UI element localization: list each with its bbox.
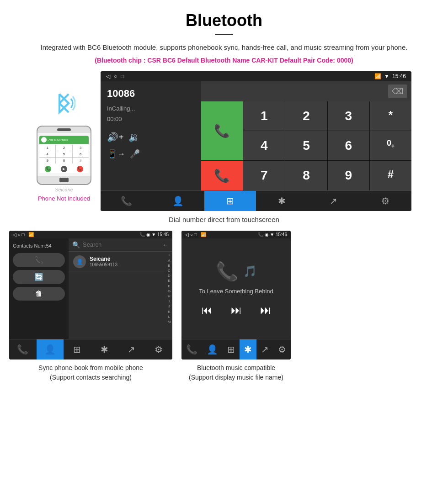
seicane-watermark: Seicane xyxy=(55,187,73,192)
nav-contacts[interactable]: 👤 xyxy=(152,191,204,211)
music-phone-icon: 📞 xyxy=(216,261,239,282)
contacts-statusbar: ◁ ○ □ 📶 📞 ◉ ▼ 15:45 xyxy=(9,231,172,238)
phone-call-button[interactable]: 📞 xyxy=(45,166,51,172)
phone-video-button[interactable]: ▶ xyxy=(61,166,67,172)
key-7[interactable]: 7 xyxy=(243,161,285,190)
key-9[interactable]: 9 xyxy=(328,161,369,190)
phone-key-8: 0 xyxy=(56,158,72,164)
music-nav-dialpad[interactable]: ⊞ xyxy=(223,339,240,360)
dial-status: InCalling... xyxy=(107,105,195,112)
music-prev-button[interactable]: ⏮ xyxy=(202,304,213,317)
music-nav-bluetooth[interactable]: ✱ xyxy=(240,339,256,360)
phone-key-9: # xyxy=(73,158,89,164)
contacts-statusbar-left: ◁ ○ □ 📶 xyxy=(13,232,34,237)
phone-key-6: 6 xyxy=(73,151,89,157)
contacts-nav-calls[interactable]: 📞 xyxy=(9,339,37,360)
volume-up-icon[interactable]: 🔊+ xyxy=(107,132,124,143)
contacts-sync-btn[interactable]: 🔄 xyxy=(13,270,65,284)
contacts-section: ◁ ○ □ 📶 📞 ◉ ▼ 15:45 Contacts Num:54 📞 🔄 … xyxy=(9,231,172,382)
music-controls: ⏮ ⏭ ⏭ xyxy=(202,304,271,317)
key-star[interactable]: * xyxy=(370,101,411,131)
end-call-button[interactable]: 📞 xyxy=(201,161,243,190)
nav-settings[interactable]: ⚙ xyxy=(360,191,411,211)
nav-calls[interactable]: 📞 xyxy=(101,191,152,211)
music-caption: Bluetooth music compatible (Support disp… xyxy=(181,363,291,382)
contacts-call-btn[interactable]: 📞 xyxy=(13,253,65,267)
main-caption: Dial number direct from touchscreen xyxy=(0,216,448,223)
music-nav-settings[interactable]: ⚙ xyxy=(273,339,291,360)
contacts-nav-transfer[interactable]: ↗ xyxy=(118,339,145,360)
nav-dialpad[interactable]: ⊞ xyxy=(204,191,256,211)
transfer-icon[interactable]: 📱→ xyxy=(107,149,125,159)
key-2[interactable]: 2 xyxy=(285,101,327,131)
call-button[interactable]: 📞 xyxy=(201,101,243,160)
dial-timer: 00:00 xyxy=(107,116,195,122)
phone-not-included-label: Phone Not Included xyxy=(38,195,90,202)
keypad-grid: 1 2 3 * 📞 4 5 6 0+ 📞 7 8 9 # xyxy=(201,101,411,190)
contacts-nav-bluetooth[interactable]: ✱ xyxy=(91,339,118,360)
key-0plus[interactable]: 0+ xyxy=(370,131,411,160)
contacts-nav-dialpad[interactable]: ⊞ xyxy=(64,339,91,360)
contacts-caption: Sync phone-book from mobile phone (Suppo… xyxy=(9,363,172,382)
key-4[interactable]: 4 xyxy=(243,131,285,160)
key-1[interactable]: 1 xyxy=(243,101,285,131)
mic-icon[interactable]: 🎤 xyxy=(130,149,140,159)
main-content-row: Add to Contacts 1 2 3 4 5 6 9 0 # 📞 xyxy=(0,71,448,211)
music-nav-calls[interactable]: 📞 xyxy=(181,339,202,360)
phone-key-1: 1 xyxy=(39,145,55,151)
music-nav-transfer[interactable]: ↗ xyxy=(256,339,273,360)
key-3[interactable]: 3 xyxy=(328,101,369,131)
phone-key-5: 5 xyxy=(56,151,72,157)
statusbar: ◁ ○ □ 📶 ▼ 15:46 xyxy=(101,71,411,81)
music-screenshot: ◁ ○ □ 📶 📞 ◉ ▼ 15:46 📞 🎵 To Leave Somethi… xyxy=(181,231,291,360)
contacts-body: Contacts Num:54 📞 🔄 🗑 🔍 ← 👤 S xyxy=(9,238,172,339)
nav-transfer[interactable]: ↗ xyxy=(308,191,359,211)
contacts-nav-settings[interactable]: ⚙ xyxy=(145,339,173,360)
phone-mockup: Add to Contacts 1 2 3 4 5 6 9 0 # 📞 xyxy=(37,90,91,202)
recents-icon: □ xyxy=(121,73,124,79)
contacts-nav-contacts[interactable]: 👤 xyxy=(37,339,64,360)
key-hash[interactable]: # xyxy=(370,161,411,190)
music-bottom-nav: 📞 👤 ⊞ ✱ ↗ ⚙ xyxy=(181,339,291,360)
music-icon-area: 📞 🎵 xyxy=(216,261,257,282)
time-display: 15:46 xyxy=(392,73,406,79)
statusbar-system-icons: 📶 ▼ 15:46 xyxy=(374,73,406,79)
music-next-button[interactable]: ⏭ xyxy=(260,304,271,317)
contacts-main: 🔍 ← 👤 Seicane 10655059113 *ABCDE xyxy=(69,238,172,339)
phone-key-7: 9 xyxy=(39,158,55,164)
contacts-sidebar: Contacts Num:54 📞 🔄 🗑 xyxy=(9,238,69,339)
contacts-count: Contacts Num:54 xyxy=(13,243,65,248)
contacts-search-backspace[interactable]: ← xyxy=(162,241,169,248)
dial-other-controls: 📱→ 🎤 xyxy=(107,149,195,159)
dial-number: 10086 xyxy=(107,88,195,100)
music-statusbar-right: 📞 ◉ ▼ 15:46 xyxy=(258,232,287,237)
dial-input-field[interactable] xyxy=(206,84,384,99)
phone-end-button[interactable]: 📞 xyxy=(77,166,83,172)
key-6[interactable]: 6 xyxy=(328,131,369,160)
page-header: Bluetooth Integrated with BC6 Bluetooth … xyxy=(0,0,448,71)
contact-number: 10655059113 xyxy=(90,262,117,267)
contact-item[interactable]: 👤 Seicane 10655059113 xyxy=(69,252,172,272)
phone-key-4: 4 xyxy=(39,151,55,157)
volume-down-icon[interactable]: 🔉 xyxy=(128,132,140,143)
nav-bluetooth[interactable]: ✱ xyxy=(256,191,308,211)
phone-key-3: 3 xyxy=(73,145,89,151)
music-play-button[interactable]: ⏭ xyxy=(231,304,242,317)
music-note-icon: 🎵 xyxy=(243,265,257,278)
contacts-delete-btn[interactable]: 🗑 xyxy=(13,287,65,301)
key-8[interactable]: 8 xyxy=(285,161,327,190)
backspace-button[interactable]: ⌫ xyxy=(388,85,407,98)
music-nav-contacts[interactable]: 👤 xyxy=(202,339,223,360)
statusbar-nav-icons: ◁ ○ □ xyxy=(106,73,124,79)
home-icon: ○ xyxy=(114,73,117,79)
contact-info: Seicane 10655059113 xyxy=(90,256,117,267)
music-body: 📞 🎵 To Leave Something Behind ⏮ ⏭ ⏭ xyxy=(181,238,291,339)
music-song-title: To Leave Something Behind xyxy=(199,288,273,295)
contact-name: Seicane xyxy=(90,256,117,262)
contacts-search-input[interactable] xyxy=(83,241,160,248)
search-icon: 🔍 xyxy=(72,241,80,248)
header-description: Integrated with BC6 Bluetooth module, su… xyxy=(37,42,411,53)
key-5[interactable]: 5 xyxy=(285,131,327,160)
dial-volume-controls: 🔊+ 🔉 xyxy=(107,132,195,143)
header-specs: (Bluetooth chip : CSR BC6 Default Blueto… xyxy=(37,57,411,64)
